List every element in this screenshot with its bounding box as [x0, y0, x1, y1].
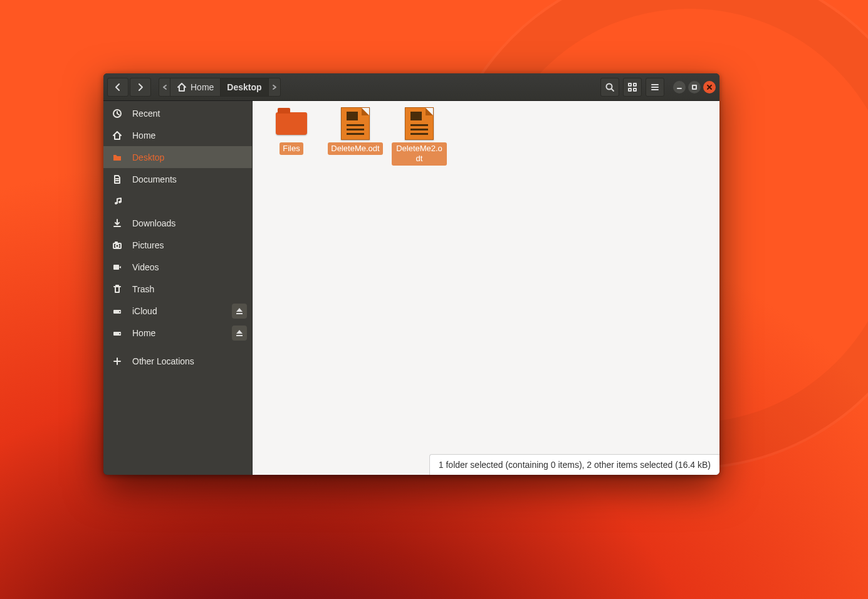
file-item[interactable]: DeleteMe.odt [328, 107, 383, 166]
file-grid[interactable]: FilesDeleteMe.odtDeleteMe2.odt [253, 101, 719, 454]
folder-icon [112, 152, 122, 162]
file-thumbnail [402, 107, 437, 140]
document-icon [405, 107, 434, 140]
window-body: RecentHomeDesktopDocumentsDownloadsPictu… [103, 101, 719, 475]
video-icon-wrap [111, 262, 123, 272]
svg-point-21 [119, 311, 120, 312]
file-label: DeleteMe2.odt [392, 142, 447, 166]
drive-icon [112, 306, 122, 316]
download-icon [112, 218, 122, 228]
svg-point-23 [119, 333, 120, 334]
breadcrumb-current[interactable]: Desktop [221, 78, 268, 96]
headerbar: Home Desktop [103, 73, 719, 101]
sidebar-item-label: Downloads [132, 218, 175, 228]
document-icon [341, 107, 370, 140]
sidebar-item-videos[interactable]: Videos [103, 256, 252, 278]
drive-icon [112, 328, 122, 338]
svg-rect-19 [113, 265, 119, 270]
status-text: 1 folder selected (containing 0 items), … [439, 460, 711, 470]
sidebar-item-trash[interactable]: Trash [103, 278, 252, 300]
sidebar-item-label: Desktop [132, 152, 164, 162]
drive-icon-wrap [111, 306, 123, 316]
maximize-button[interactable] [688, 81, 701, 93]
svg-rect-2 [629, 83, 631, 86]
home-icon [177, 82, 187, 92]
sidebar-item-label: Home [132, 130, 155, 140]
home-icon [112, 130, 122, 140]
sidebar-item-recent[interactable]: Recent [103, 102, 252, 124]
file-item[interactable]: Files [264, 107, 319, 166]
trash-icon-wrap [111, 284, 123, 294]
forward-button[interactable] [130, 78, 151, 97]
clock-icon [112, 109, 122, 119]
svg-line-1 [612, 89, 614, 91]
sidebar-item-label: Home [132, 328, 155, 338]
file-label: DeleteMe.odt [328, 142, 382, 155]
svg-rect-4 [629, 88, 631, 91]
music-icon-wrap [111, 196, 123, 206]
view-toggle-button[interactable] [623, 78, 642, 97]
svg-rect-5 [634, 88, 636, 91]
menu-button[interactable] [646, 78, 664, 97]
video-icon [112, 262, 122, 272]
minimize-button[interactable] [673, 81, 686, 93]
breadcrumb: Home Desktop [159, 78, 281, 97]
camera-icon [112, 240, 122, 250]
close-icon [706, 84, 713, 90]
file-thumbnail [274, 107, 309, 140]
breadcrumb-home[interactable]: Home [170, 78, 221, 96]
drive-icon-wrap [111, 328, 123, 338]
close-button[interactable] [703, 81, 716, 93]
eject-button[interactable] [232, 304, 247, 319]
download-icon-wrap [111, 218, 123, 228]
folder-icon-wrap [111, 152, 123, 162]
eject-icon [234, 306, 244, 316]
sidebar-item-label: Videos [132, 262, 159, 272]
eject-button[interactable] [232, 326, 247, 341]
sidebar-item-music-icon[interactable] [103, 190, 252, 212]
file-manager-window: Home Desktop [103, 73, 719, 475]
file-thumbnail [338, 107, 373, 140]
breadcrumb-next-button[interactable] [269, 78, 280, 96]
document-icon [112, 174, 122, 184]
file-item[interactable]: DeleteMe2.odt [392, 107, 447, 166]
svg-rect-10 [693, 85, 696, 89]
hamburger-icon [650, 82, 660, 92]
sidebar-item-documents[interactable]: Documents [103, 168, 252, 190]
folder-icon [276, 112, 307, 135]
chevron-left-icon [113, 82, 123, 92]
caret-right-icon [271, 84, 278, 90]
svg-rect-3 [634, 83, 636, 86]
nav-buttons [107, 78, 151, 97]
back-button[interactable] [107, 78, 128, 97]
sidebar-item-desktop[interactable]: Desktop [103, 146, 252, 168]
svg-point-17 [116, 244, 119, 247]
minimize-icon [676, 84, 682, 90]
document-icon-wrap [111, 174, 123, 184]
search-icon [605, 82, 615, 92]
grid-icon [627, 82, 637, 92]
window-controls [673, 81, 716, 93]
maximize-icon [691, 84, 698, 90]
plus-icon-wrap [111, 356, 123, 366]
sidebar-item-pictures[interactable]: Pictures [103, 234, 252, 256]
breadcrumb-home-label: Home [191, 82, 214, 92]
clock-icon-wrap [111, 109, 123, 119]
sidebar-item-label: Recent [132, 109, 160, 119]
breadcrumb-prev-button[interactable] [159, 78, 170, 96]
sidebar-item-other-locations[interactable]: Other Locations [103, 350, 252, 372]
search-button[interactable] [600, 78, 619, 97]
camera-icon-wrap [111, 240, 123, 250]
sidebar-item-home[interactable]: Home [103, 322, 252, 344]
sidebar-item-label: Trash [132, 284, 154, 294]
content-area[interactable]: FilesDeleteMe.odtDeleteMe2.odt 1 folder … [253, 101, 719, 475]
status-bar: 1 folder selected (containing 0 items), … [429, 454, 719, 475]
home-icon-wrap [111, 130, 123, 140]
sidebar-item-label: Pictures [132, 240, 164, 250]
sidebar-item-home[interactable]: Home [103, 124, 252, 146]
sidebar-item-icloud[interactable]: iCloud [103, 300, 252, 322]
trash-icon [112, 284, 122, 294]
sidebar-item-downloads[interactable]: Downloads [103, 212, 252, 234]
toolbar-buttons [600, 78, 664, 97]
breadcrumb-current-label: Desktop [227, 82, 261, 92]
